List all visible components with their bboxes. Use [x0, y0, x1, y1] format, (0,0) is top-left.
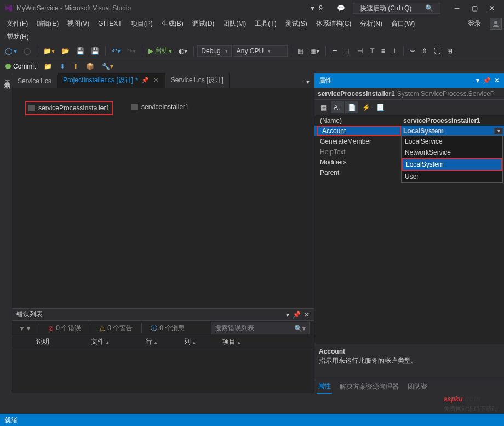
messages-filter[interactable]: ⓘ0 个消息 — [148, 322, 187, 334]
menu-test[interactable]: 测试(S) — [281, 17, 312, 31]
categorized-button[interactable]: ▦ — [317, 101, 330, 113]
menu-team[interactable]: 团队(M) — [219, 17, 250, 31]
component-serviceprocessinstaller[interactable]: serviceProcessInstaller1 — [25, 101, 113, 115]
help-bar: 帮助(H) — [0, 31, 504, 43]
redo-button[interactable]: ↷▾ — [124, 46, 139, 56]
col-col[interactable]: 列▴ — [179, 336, 217, 348]
menu-tools[interactable]: 工具(T) — [250, 17, 280, 31]
dd-item-localservice[interactable]: LocalService — [402, 136, 502, 147]
menu-view[interactable]: 视图(V) — [63, 17, 94, 31]
config-dropdown[interactable]: Debug▾ — [197, 45, 231, 57]
menu-window[interactable]: 窗口(W) — [387, 17, 419, 31]
error-list-title: 错误列表 — [16, 310, 43, 319]
browser-refresh-button[interactable]: ◐▾ — [176, 46, 190, 56]
dd-item-localsystem[interactable]: LocalSystem — [402, 158, 502, 171]
tab-team-explorer[interactable]: 团队资 — [406, 380, 428, 393]
menu-project[interactable]: 项目(P) — [127, 17, 157, 31]
feedback-icon[interactable]: 💬 — [334, 3, 348, 13]
align-center-icon[interactable]: ⫼ — [341, 46, 353, 56]
git-folder-icon[interactable]: 📁 — [41, 61, 55, 72]
align-right-icon[interactable]: ⊣ — [354, 46, 365, 56]
layout-btn2[interactable]: ▦▾ — [307, 46, 322, 56]
commit-button[interactable]: Commit — [2, 61, 39, 71]
col-proj[interactable]: 项目▴ — [217, 336, 266, 348]
menu-edit[interactable]: 编辑(E) — [32, 17, 63, 31]
minimize-button[interactable]: ─ — [449, 3, 465, 14]
prop-row-name[interactable]: (Name) serviceProcessInstaller1 — [314, 115, 504, 126]
undo-button[interactable]: ↶▾ — [109, 46, 123, 56]
hspace-icon[interactable]: ⇿ — [407, 46, 418, 56]
git-pull-icon[interactable]: ⬇ — [57, 61, 68, 72]
tab-service1-cs[interactable]: Service1.cs — [12, 75, 58, 88]
git-push-icon[interactable]: ⬆ — [70, 61, 81, 72]
object-selector[interactable]: serviceProcessInstaller1 System.ServiceP… — [314, 88, 504, 100]
maximize-button[interactable]: ▢ — [467, 3, 482, 14]
component-serviceinstaller[interactable]: serviceInstaller1 — [129, 101, 191, 113]
tab-solution-explorer[interactable]: 解决方案资源管理器 — [339, 380, 400, 393]
login-button[interactable]: 登录 — [462, 17, 486, 31]
tab-service1-design[interactable]: Service1.cs [设计] — [165, 73, 230, 88]
tab-projectinstaller-design[interactable]: ProjectInstaller.cs [设计]*📌✕ — [58, 73, 165, 88]
close-button[interactable]: ✕ — [484, 3, 500, 14]
pin-icon[interactable]: 📌 — [483, 77, 491, 84]
git-settings-icon[interactable]: 🔧▾ — [99, 61, 116, 72]
pin-icon[interactable]: 📌 — [293, 311, 301, 319]
menu-build[interactable]: 生成(B) — [157, 17, 188, 31]
filter-button[interactable]: ▼ ▾ — [16, 323, 32, 333]
dd-item-networkservice[interactable]: NetworkService — [402, 147, 502, 158]
prop-pages-button[interactable]: 📃 — [374, 101, 387, 113]
close-panel-icon[interactable]: ✕ — [494, 77, 500, 84]
git-stash-icon[interactable]: 📦 — [83, 61, 97, 72]
menu-file[interactable]: 文件(F) — [2, 17, 32, 31]
properties-title: 属性 — [319, 76, 332, 86]
pin-icon[interactable]: 📌 — [140, 77, 150, 84]
dd-item-user[interactable]: User — [402, 171, 502, 182]
platform-dropdown[interactable]: Any CPU▾ — [233, 45, 288, 57]
col-icon[interactable] — [14, 340, 31, 344]
tab-properties[interactable]: 属性 — [317, 380, 332, 394]
window-title: MyWinService - Microsoft Visual Studio — [16, 4, 306, 12]
error-search-input[interactable]: 搜索错误列表🔍▾ — [211, 322, 310, 334]
align-top-icon[interactable]: ⊤ — [366, 46, 377, 56]
prop-row-account[interactable]: Account LocalSystem ▾ — [314, 126, 504, 136]
panel-menu-icon[interactable]: ▾ — [476, 77, 479, 84]
save-button[interactable]: 💾 — [73, 46, 87, 56]
properties-button[interactable]: 📄 — [345, 101, 358, 113]
warnings-filter[interactable]: ⚠0 个警告 — [97, 322, 135, 334]
close-panel-icon[interactable]: ✕ — [304, 311, 310, 319]
layout-btn1[interactable]: ▦ — [295, 46, 306, 56]
menu-help[interactable]: 帮助(H) — [7, 32, 29, 42]
col-desc[interactable]: 说明 — [31, 336, 85, 348]
panel-menu-icon[interactable]: ▾ — [286, 311, 289, 319]
user-avatar-icon[interactable] — [490, 18, 502, 30]
alphabetical-button[interactable]: A↓ — [331, 101, 344, 113]
col-line[interactable]: 行▴ — [140, 336, 179, 348]
vspace-icon[interactable]: ⇳ — [419, 46, 430, 56]
close-tab-icon[interactable]: ✕ — [152, 77, 159, 84]
dropdown-button[interactable]: ▾ — [494, 128, 503, 134]
menu-debug[interactable]: 调试(D) — [188, 17, 219, 31]
menu-gitext[interactable]: GITEXT — [94, 18, 126, 30]
nav-back-button[interactable]: ◯ ▾ — [2, 46, 20, 56]
toolbox-tab[interactable]: 工具箱 — [0, 73, 12, 393]
start-debug-button[interactable]: ▶ 启动 ▾ — [146, 44, 175, 57]
new-project-button[interactable]: 📁▾ — [41, 46, 58, 56]
save-all-button[interactable]: 💾 — [88, 46, 102, 56]
errors-filter[interactable]: ⊘0 个错误 — [46, 322, 83, 334]
col-file[interactable]: 文件▴ — [85, 336, 140, 348]
grid-icon[interactable]: ⊞ — [444, 46, 455, 56]
menu-analyze[interactable]: 分析(N) — [356, 17, 387, 31]
open-file-button[interactable]: 📂 — [59, 46, 72, 56]
menu-arch[interactable]: 体系结构(C) — [312, 17, 356, 31]
notification-flag[interactable]: ▼9 — [306, 3, 329, 13]
align-mid-icon[interactable]: ≡ — [379, 46, 388, 56]
designer-surface[interactable]: serviceProcessInstaller1 serviceInstalle… — [12, 88, 314, 308]
size-icon[interactable]: ⛶ — [431, 46, 443, 56]
events-button[interactable]: ⚡ — [359, 101, 373, 113]
quick-launch-input[interactable]: 快速启动 (Ctrl+Q) 🔍 — [353, 3, 440, 14]
align-left-icon[interactable]: ⊢ — [329, 46, 340, 56]
nav-fwd-button[interactable]: ◯ — [21, 46, 33, 56]
align-bot-icon[interactable]: ⊥ — [389, 46, 400, 56]
vs-logo-icon — [4, 4, 13, 13]
tabs-overflow-button[interactable]: ▾ — [302, 76, 314, 88]
